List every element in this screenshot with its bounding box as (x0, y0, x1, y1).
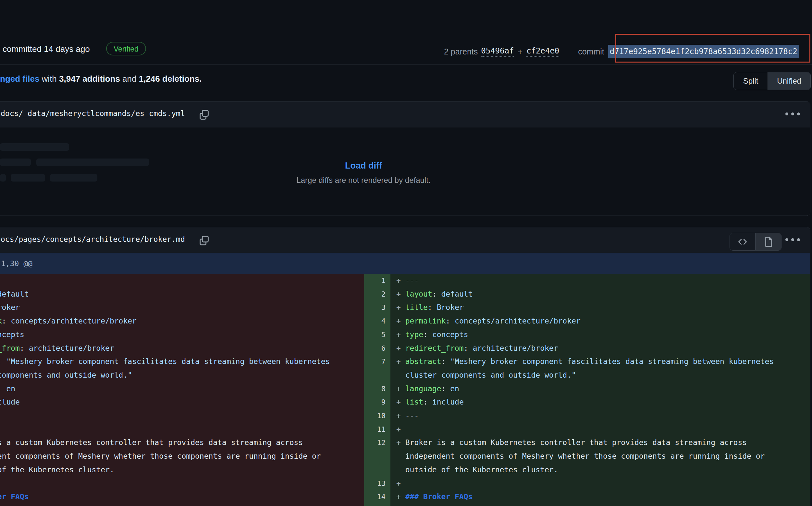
diff-token-value: concepts/architecture/broker (11, 317, 137, 325)
diff-code-cell: + title: Broker (390, 301, 812, 315)
line-number: 1 (364, 274, 390, 287)
diff-token-key: redirect_from (0, 344, 20, 352)
kebab-dot (797, 112, 800, 115)
diff-row-deletion: Broker is a custom Kubernetes controller… (0, 436, 352, 477)
addition-marker: + (396, 330, 405, 339)
diff-token-heading: ### Broker FAQs (405, 492, 473, 501)
diff-token-value: "Meshery broker component fascilitates d… (0, 357, 334, 379)
file-options-button[interactable] (786, 112, 800, 115)
diff-code-cell: + Broker is a custom Kubernetes controll… (390, 436, 812, 477)
kebab-dot (786, 238, 788, 241)
addition-marker: + (396, 492, 405, 501)
diff-code-cell: + layout: default (390, 287, 812, 301)
diff-row-addition: 12+ Broker is a custom Kubernetes contro… (364, 436, 812, 477)
diff-code-cell: + abstract: "Meshery broker component fa… (390, 355, 812, 382)
diff-code-cell: + redirect_from: architecture/broker (390, 342, 812, 355)
addition-pane: 1+ ---2+ layout: default3+ title: Broker… (364, 274, 812, 504)
diff-code-line: + title: Broker (396, 301, 796, 315)
deletion-lines: ---layout: defaulttitle: Brokerpermalink… (0, 274, 364, 504)
diff-row-deletion: layout: default (0, 287, 352, 301)
rich-diff-button[interactable] (755, 233, 781, 250)
kebab-dot (791, 112, 794, 115)
copy-path-button[interactable] (197, 108, 211, 121)
copy-icon (198, 235, 210, 246)
addition-marker: + (396, 344, 405, 352)
diff-code-line: + type: concepts (396, 328, 796, 342)
line-number: 14 (364, 490, 390, 504)
skeleton-bar (0, 143, 69, 151)
diff-token-plain: : (441, 385, 450, 393)
file-path-es-cmds[interactable]: docs/_data/mesheryctlcommands/es_cmds.ym… (1, 109, 185, 118)
diff-token-plain: : (428, 303, 437, 312)
line-number: 12 (364, 436, 390, 449)
load-diff-note: Large diffs are not rendered by default. (201, 176, 526, 185)
diff-token-value: "Meshery broker component fascilitates d… (405, 357, 778, 379)
diff-token-value: include (0, 398, 20, 406)
file-options-button[interactable] (786, 238, 800, 241)
addition-marker: + (396, 398, 405, 406)
file-path-broker-md[interactable]: ocs/pages/concepts/architecture/broker.m… (1, 235, 185, 243)
parent-commit-link-2[interactable]: cf2e4e0 (526, 47, 559, 57)
line-number: 5 (364, 328, 390, 342)
addition-marker: + (396, 411, 405, 420)
diff-token-plain: : (432, 290, 442, 298)
diff-code-cell: + type: concepts (390, 328, 812, 342)
diff-token-value: concepts (432, 330, 468, 339)
diff-token-key: layout (405, 290, 432, 298)
diff-row-deletion: permalink: concepts/architecture/broker (0, 315, 352, 328)
diff-code-cell: + --- (390, 274, 812, 287)
diff-token-key: title (405, 303, 428, 312)
diff-row-deletion: ### Broker FAQs (0, 490, 352, 504)
split-view-button[interactable]: Split (734, 72, 767, 90)
copy-path-button[interactable] (197, 234, 211, 247)
diff-token-muted: --- (405, 276, 419, 284)
diff-row-deletion: --- (0, 274, 352, 287)
load-diff-link[interactable]: Load diff (345, 161, 382, 170)
line-number: 7 (364, 355, 390, 368)
diff-code-line: + abstract: "Meshery broker component fa… (396, 355, 796, 382)
diff-token-key: list (405, 398, 423, 406)
diff-code-line: + (396, 423, 796, 436)
diff-row-addition: 14+ ### Broker FAQs (364, 490, 812, 504)
diff-view-toggle: Split Unified (734, 72, 811, 90)
line-number: 4 (364, 315, 390, 328)
diff-token-heading: ### Broker FAQs (0, 492, 29, 501)
diff-row-deletion: language: en (0, 382, 352, 396)
diff-code-cell: + list: include (390, 396, 812, 409)
diff-token-plain: : (20, 344, 29, 352)
kebab-dot (791, 238, 794, 241)
changed-files-link[interactable]: nged files (0, 74, 39, 84)
addition-marker: + (396, 425, 405, 433)
diff-code-cell: + language: en (390, 382, 812, 396)
source-view-button[interactable] (730, 233, 755, 250)
addition-marker: + (396, 357, 405, 366)
addition-marker: + (396, 385, 405, 393)
diff-token-plain: : (441, 357, 450, 366)
diff-code-line: + (396, 477, 796, 491)
parent-commit-link-1[interactable]: 05496af (481, 47, 514, 57)
verified-badge[interactable]: Verified (106, 42, 146, 56)
unified-view-button[interactable]: Unified (767, 72, 810, 90)
diff-summary: nged files with 3,947 additions and 1,24… (0, 74, 202, 84)
annotation-highlight-box (615, 34, 810, 63)
diff-token-value: Broker (0, 303, 20, 312)
diff-row-addition: 4+ permalink: concepts/architecture/brok… (364, 315, 812, 328)
diff-token-plain: : (0, 385, 6, 393)
diff-code-cell: + permalink: concepts/architecture/broke… (390, 315, 812, 328)
diff-row-deletion (0, 477, 352, 491)
diff-token-value: en (450, 385, 459, 393)
copy-icon (198, 109, 210, 120)
diff-token-value: architecture/broker (473, 344, 558, 352)
diff-code-line: + Broker is a custom Kubernetes controll… (396, 436, 796, 477)
diff-code-line: + list: include (396, 396, 796, 409)
diff-row-addition: 5+ type: concepts (364, 328, 812, 342)
diff-row-addition: 13+ (364, 477, 812, 491)
diff-row-addition: 9+ list: include (364, 396, 812, 409)
summary-and-text: and (120, 74, 139, 84)
diff-token-value: Broker (437, 303, 464, 312)
diff-code-line: + redirect_from: architecture/broker (396, 342, 796, 355)
diff-code-line: + language: en (396, 382, 796, 396)
diff-code-cell: + (390, 423, 812, 436)
diff-token-key: redirect_from (405, 344, 464, 352)
diff-token-muted: --- (405, 411, 419, 420)
